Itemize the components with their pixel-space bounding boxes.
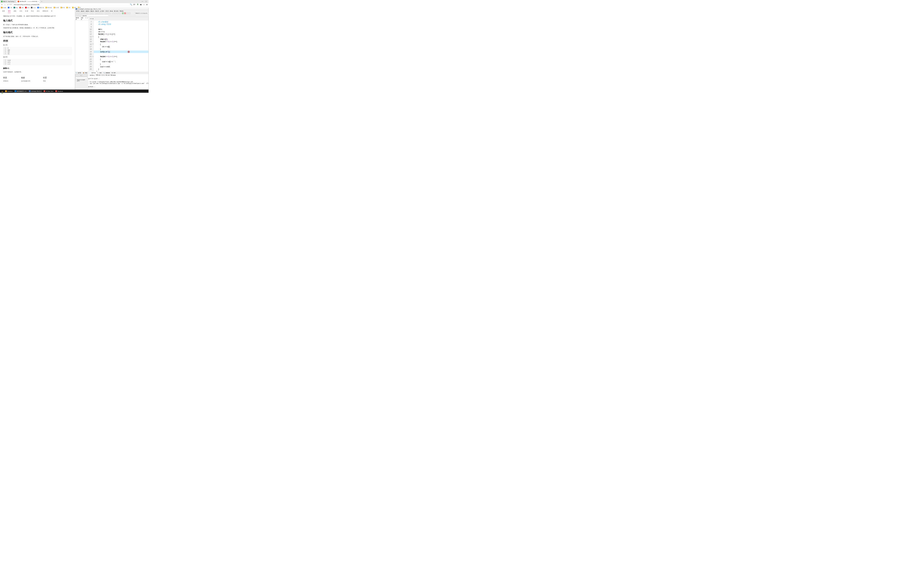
nav-link[interactable]: 评测队列 (42, 10, 48, 13)
home-icon[interactable]: ⌂ (4, 3, 6, 6)
btn-icon[interactable] (78, 15, 79, 16)
minimize-icon[interactable]: — (142, 0, 143, 3)
filter-input[interactable] (75, 77, 87, 79)
menu-search[interactable]: 搜索[S] (85, 10, 90, 12)
nav-link[interactable]: 首页 (2, 10, 5, 13)
tab-project[interactable]: 项目管理 (75, 17, 80, 20)
code-editor[interactable]: 7891011121314151617181920212223242526 ⊟⊟… (89, 20, 149, 72)
heading-sample: 样例 (3, 40, 72, 43)
taskbar-item[interactable]: WO Mic Client (43, 90, 54, 92)
window-titlebar[interactable]: D:\Coding\C++\test\ascii.cpp - Dev-C++ 5… (75, 8, 149, 10)
bookmark-item[interactable]: 腾讯文档 (37, 7, 44, 8)
extensions-icon[interactable]: ⊞ (146, 3, 148, 6)
stop-icon[interactable] (107, 12, 109, 14)
bookmark-folder[interactable]: 工具 (66, 7, 71, 8)
compiler-selector[interactable]: TDM-GCC 4.9.2 64-bit Re (134, 12, 148, 14)
close-icon[interactable] (84, 12, 86, 14)
bookmark-item[interactable]: 百度 (8, 7, 12, 8)
menu-file[interactable]: 文件[F] (75, 10, 80, 12)
tab-nav-left[interactable]: ◂ (85, 17, 87, 20)
menu-project[interactable]: 项目[P] (95, 10, 99, 12)
close-icon[interactable]: × (15, 1, 16, 2)
function-selector[interactable] (109, 16, 136, 16)
editor-tab-file[interactable]: ascii.cpp (89, 18, 95, 19)
nav-link[interactable]: 训练 (14, 10, 16, 13)
tab-classview[interactable]: 查看类 (81, 17, 85, 20)
bookmark-icon (37, 7, 39, 8)
bookmark-folder[interactable]: 时间安排 (45, 7, 52, 8)
new-tab-button[interactable]: ＋ (40, 0, 44, 2)
maximize-icon[interactable]: ☐ (145, 0, 147, 3)
save-icon[interactable] (80, 12, 82, 14)
bookmark-folder[interactable]: 拓尔思 (53, 7, 59, 8)
chart-icon[interactable] (129, 12, 131, 14)
print-icon[interactable] (87, 12, 89, 14)
btn-icon[interactable] (112, 12, 114, 14)
refresh-icon[interactable]: ⟳ (1, 3, 3, 6)
bookmark-item[interactable]: 秒搜搜 (1, 7, 6, 8)
menu-view[interactable]: 视图[V] (90, 10, 94, 12)
nav-link[interactable]: 题库 (8, 10, 11, 13)
nav-link[interactable]: 比赛 (25, 10, 28, 13)
taskbar-item[interactable]: Bandicam (4, 90, 14, 92)
favorite-icon[interactable]: ☆ (143, 3, 145, 6)
browser-tab-1[interactable]: ASCII码排序 - <<<<<<<SSXYZ的 × (16, 0, 40, 3)
profile-icon[interactable] (109, 12, 111, 14)
saveall-icon[interactable] (82, 12, 84, 14)
menu-tools[interactable]: 工具[T] (105, 10, 109, 12)
menu-window[interactable]: 窗口[W] (114, 10, 119, 12)
taskbar-item[interactable]: ASCII码排序 - <<... (14, 90, 28, 92)
footer-link[interactable]: 评测队列 (3, 80, 8, 82)
bookmark-item[interactable]: Bing (14, 7, 18, 8)
bookmark-item[interactable]: ssxyz (31, 7, 36, 8)
search-icon[interactable]: 🔍 (130, 3, 132, 6)
btn-icon[interactable] (80, 15, 81, 16)
tab-nav-right[interactable]: ▸ (87, 17, 89, 20)
menu-astyle[interactable]: AStyle (109, 10, 114, 12)
project-pane[interactable] (75, 20, 89, 72)
bookmark-folder[interactable]: 常用 (60, 7, 65, 8)
undo-icon[interactable] (90, 12, 91, 14)
btn-icon[interactable] (115, 12, 116, 14)
taskbar-item[interactable]: ascii.cpp - Dev-C++ (28, 90, 42, 92)
shorten-paths-checkbox[interactable]: Shorten compiler paths (75, 79, 87, 82)
reader-icon[interactable]: A⁺ (133, 3, 135, 6)
bookmark-item[interactable]: 有道 (25, 7, 29, 8)
globals-selector[interactable]: (globals) (82, 15, 108, 16)
nav-link[interactable]: 管 (51, 10, 52, 13)
check-icon[interactable] (122, 12, 124, 14)
redo-icon[interactable] (92, 12, 94, 14)
collections-icon[interactable]: ▣ (140, 3, 142, 6)
rebuild-icon[interactable] (102, 12, 103, 14)
nav-link[interactable]: 讨论 (19, 10, 22, 13)
open-icon[interactable] (78, 12, 79, 14)
chart-icon[interactable] (126, 12, 128, 14)
start-button[interactable] (1, 90, 4, 92)
menu-help[interactable]: 帮助[H] (119, 10, 124, 12)
cross-icon[interactable] (124, 12, 126, 14)
compile-icon[interactable] (95, 12, 97, 14)
bookmark-icon (14, 7, 15, 8)
close-icon[interactable]: × (38, 1, 39, 2)
new-icon[interactable] (75, 12, 77, 14)
footer-link[interactable]: 拓尔思编程官网 (21, 80, 30, 82)
taskbar-item[interactable]: Bandicam (55, 90, 64, 92)
nav-link[interactable]: 作业 (31, 10, 34, 13)
footer-link[interactable]: 帮助 (43, 80, 47, 82)
menu-run[interactable]: 运行[R] (100, 10, 105, 12)
run-icon[interactable] (97, 12, 99, 14)
compile-run-icon[interactable] (99, 12, 101, 14)
shield-icon[interactable]: ⛨ (137, 3, 139, 5)
debug-icon[interactable] (105, 12, 107, 14)
bookmark-item[interactable]: 谷歌 (19, 7, 24, 8)
menu-edit[interactable]: 编辑[E] (80, 10, 85, 12)
btn-icon[interactable] (75, 15, 77, 16)
btn-icon[interactable] (119, 12, 121, 14)
nav-link[interactable]: 排名 (37, 10, 40, 13)
compile-log[interactable]: - 编译器名: TDM-GCC 4.9.2 64-bit Release 处理 … (88, 74, 149, 90)
abort-button[interactable]: 中止 (75, 74, 87, 77)
url-field[interactable]: ⚠ 不安全 | www.topscoding.com/d/ssxyz_priva… (7, 4, 129, 5)
btn-icon[interactable] (116, 12, 118, 14)
code-lines[interactable]: //1--char数组 //2--string 字符串 int n; cin >… (94, 20, 149, 72)
browser-tab-0[interactable]: 测队列 - TopsCoding × (0, 0, 16, 3)
